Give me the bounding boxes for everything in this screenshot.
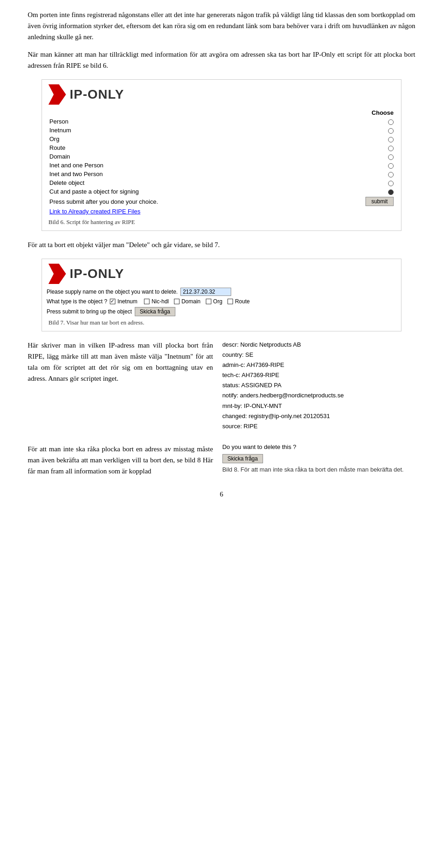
ripe-changed: changed: registry@ip-only.net 20120531	[222, 411, 415, 421]
row-delete-radio[interactable]	[292, 178, 396, 187]
delete-label-3: Press submit to bring up the object	[47, 308, 132, 315]
row-inetnum-label: Inetnum	[47, 126, 292, 135]
row-route-radio[interactable]	[292, 143, 396, 152]
type-checkboxes: Inetnum Nic-hdl Domain Org Route	[110, 298, 250, 305]
ripe-notify: notify: anders.hedberg@nordicnetproducts…	[222, 390, 415, 401]
paragraph-4: Här skriver man in vilken IP-adress man …	[28, 340, 213, 384]
ripe-info-block: descr: Nordic Netproducts AB country: SE…	[222, 340, 415, 431]
confirm-button-area: Skicka fråga	[222, 454, 415, 463]
checkbox-nichdl-icon[interactable]	[144, 299, 150, 304]
choose-header: Choose	[292, 108, 396, 117]
ripe-link[interactable]: Link to Already created RIPE Files	[49, 208, 140, 215]
table-row: Route	[47, 143, 396, 152]
link-row: Link to Already created RIPE Files	[47, 207, 396, 216]
row-inet-one-label: Inet and one Person	[47, 161, 292, 170]
checkbox-domain-icon[interactable]	[174, 299, 180, 304]
figure-6-caption: Bild 6. Script för hantering av RIPE	[47, 218, 396, 226]
logo-bracket-icon-7	[48, 264, 66, 284]
delete-row-1: Please supply name on the object you wan…	[47, 288, 396, 296]
delete-row-3: Press submit to bring up the object Skic…	[47, 307, 396, 316]
row-domain-radio[interactable]	[292, 152, 396, 161]
table-row: Org	[47, 135, 396, 143]
ripe-descr: descr: Nordic Netproducts AB	[222, 340, 415, 350]
left-column-bottom: För att man inte ska råka plocka bort en…	[28, 443, 213, 477]
table-row: Inetnum	[47, 126, 396, 135]
checkbox-nichdl-label: Nic-hdl	[151, 298, 168, 305]
figure-7-caption: Bild 7. Visar hur man tar bort en adress…	[47, 319, 396, 326]
row-inet-two-radio[interactable]	[292, 170, 396, 178]
paragraph-1: Om porten inte finns registrerad någonst…	[28, 9, 415, 42]
row-inet-one-radio[interactable]	[292, 161, 396, 170]
delete-row-2: What type is the object ? Inetnum Nic-hd…	[47, 298, 396, 305]
ripe-source: source: RIPE	[222, 421, 415, 431]
logo-text-7: IP-ONLY	[70, 266, 124, 281]
row-inet-two-label: Inet and two Person	[47, 170, 292, 178]
two-column-bottom-section: För att man inte ska råka plocka bort en…	[28, 443, 415, 477]
ripe-table-6: Choose Person Inetnum Org Route	[47, 108, 396, 216]
figure-7: IP-ONLY Please supply name on the object…	[42, 259, 401, 331]
ripe-country: country: SE	[222, 350, 415, 360]
checkbox-inetnum-icon[interactable]	[110, 299, 115, 304]
ripe-admin: admin-c: AH7369-RIPE	[222, 360, 415, 370]
delete-name-input[interactable]	[180, 288, 231, 296]
paragraph-5: För att man inte ska råka plocka bort en…	[28, 443, 213, 477]
confirm-skicka-button[interactable]: Skicka fråga	[222, 454, 263, 463]
row-cut-paste-label: Cut and paste a object for signing	[47, 187, 292, 196]
submit-button[interactable]: submit	[365, 197, 394, 206]
checkbox-route-label: Route	[235, 298, 250, 305]
row-org-radio[interactable]	[292, 135, 396, 143]
table-row: Person	[47, 117, 396, 126]
table-row: Domain	[47, 152, 396, 161]
table-row: Delete object	[47, 178, 396, 187]
paragraph-2: När man känner att man har tillräckligt …	[28, 49, 415, 71]
logo-bracket-icon	[48, 84, 66, 105]
ip-only-logo-6: IP-ONLY	[48, 84, 396, 105]
skicka-fråga-button[interactable]: Skicka fråga	[135, 307, 175, 316]
table-row-submit: Press submit after you done your choice.…	[47, 196, 396, 207]
row-person-radio[interactable]	[292, 117, 396, 126]
figure-6: IP-ONLY Choose Person Inetnum Org	[42, 79, 401, 231]
page-number: 6	[28, 490, 415, 498]
table-row: Cut and paste a object for signing	[47, 187, 396, 196]
ripe-status: status: ASSIGNED PA	[222, 380, 415, 390]
checkbox-org-icon[interactable]	[206, 299, 211, 304]
delete-form: Please supply name on the object you wan…	[47, 288, 396, 316]
delete-label-2: What type is the object ?	[47, 298, 107, 305]
ripe-tech: tech-c: AH7369-RIPE	[222, 370, 415, 380]
row-domain-label: Domain	[47, 152, 292, 161]
table-row: Inet and one Person	[47, 161, 396, 170]
logo-text-6: IP-ONLY	[70, 87, 124, 102]
paragraph-3: För att ta bort ett objekt väljer man "D…	[28, 239, 415, 250]
row-delete-label: Delete object	[47, 178, 292, 187]
row-org-label: Org	[47, 135, 292, 143]
checkbox-inetnum-label: Inetnum	[117, 298, 137, 305]
row-route-label: Route	[47, 143, 292, 152]
row-cut-paste-radio[interactable]	[292, 187, 396, 196]
figure-8-caption: Bild 8. För att man inte ska råka ta bor…	[222, 466, 415, 473]
checkbox-org-label: Org	[213, 298, 222, 305]
right-column-ripe-info: descr: Nordic Netproducts AB country: SE…	[222, 340, 415, 436]
row-person-label: Person	[47, 117, 292, 126]
delete-question: Do you want to delete this ?	[222, 443, 415, 450]
table-row: Inet and two Person	[47, 170, 396, 178]
row-inetnum-radio[interactable]	[292, 126, 396, 135]
checkbox-route-icon[interactable]	[227, 299, 233, 304]
press-submit-label: Press submit after you done your choice.	[47, 196, 292, 207]
checkbox-domain-label: Domain	[181, 298, 200, 305]
delete-label-1: Please supply name on the object you wan…	[47, 289, 178, 295]
left-column: Här skriver man in vilken IP-adress man …	[28, 340, 213, 384]
ip-only-logo-7: IP-ONLY	[48, 264, 396, 284]
right-column-figure8: Do you want to delete this ? Skicka fråg…	[222, 443, 415, 473]
ripe-mnt: mnt-by: IP-ONLY-MNT	[222, 401, 415, 411]
two-column-section: Här skriver man in vilken IP-adress man …	[28, 340, 415, 436]
